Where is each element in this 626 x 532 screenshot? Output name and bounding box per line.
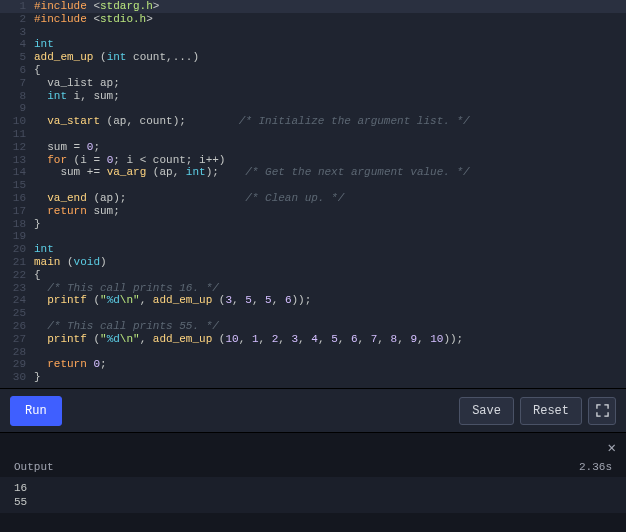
code-line[interactable]: 14 sum += va_arg (ap, int); /* Get the n…: [0, 166, 626, 179]
line-number: 27: [0, 333, 34, 346]
line-number: 7: [0, 77, 34, 90]
code-content[interactable]: int: [34, 38, 626, 51]
line-number: 10: [0, 115, 34, 128]
code-line[interactable]: 10 va_start (ap, count); /* Initialize t…: [0, 115, 626, 128]
code-content[interactable]: {: [34, 269, 626, 282]
line-number: 30: [0, 371, 34, 384]
line-number: 16: [0, 192, 34, 205]
code-content[interactable]: [34, 230, 626, 243]
line-number: 20: [0, 243, 34, 256]
code-content[interactable]: va_list ap;: [34, 77, 626, 90]
line-number: 19: [0, 230, 34, 243]
code-line[interactable]: 16 va_end (ap); /* Clean up. */: [0, 192, 626, 205]
line-number: 5: [0, 51, 34, 64]
code-line[interactable]: 23 /* This call prints 16. */: [0, 282, 626, 295]
code-line[interactable]: 18}: [0, 218, 626, 231]
code-line[interactable]: 21main (void): [0, 256, 626, 269]
code-content[interactable]: add_em_up (int count,...): [34, 51, 626, 64]
code-content[interactable]: {: [34, 64, 626, 77]
line-number: 11: [0, 128, 34, 141]
code-content[interactable]: [34, 346, 626, 359]
code-line[interactable]: 15: [0, 179, 626, 192]
code-content[interactable]: main (void): [34, 256, 626, 269]
output-panel: ✕ Output 2.36s 1655: [0, 432, 626, 532]
run-button[interactable]: Run: [10, 396, 62, 426]
output-line: 16: [14, 481, 612, 495]
line-number: 12: [0, 141, 34, 154]
code-line[interactable]: 24 printf ("%d\n", add_em_up (3, 5, 5, 6…: [0, 294, 626, 307]
code-line[interactable]: 6{: [0, 64, 626, 77]
line-number: 8: [0, 90, 34, 103]
code-line[interactable]: 12 sum = 0;: [0, 141, 626, 154]
code-content[interactable]: }: [34, 218, 626, 231]
code-content[interactable]: /* This call prints 55. */: [34, 320, 626, 333]
code-content[interactable]: sum = 0;: [34, 141, 626, 154]
line-number: 2: [0, 13, 34, 26]
code-content[interactable]: va_start (ap, count); /* Initialize the …: [34, 115, 626, 128]
code-content[interactable]: /* This call prints 16. */: [34, 282, 626, 295]
code-content[interactable]: [34, 102, 626, 115]
line-number: 28: [0, 346, 34, 359]
code-line[interactable]: 30}: [0, 371, 626, 384]
code-content[interactable]: [34, 179, 626, 192]
code-line[interactable]: 5add_em_up (int count,...): [0, 51, 626, 64]
code-line[interactable]: 27 printf ("%d\n", add_em_up (10, 1, 2, …: [0, 333, 626, 346]
line-number: 13: [0, 154, 34, 167]
code-content[interactable]: [34, 128, 626, 141]
code-line[interactable]: 11: [0, 128, 626, 141]
code-content[interactable]: printf ("%d\n", add_em_up (10, 1, 2, 3, …: [34, 333, 626, 346]
output-time: 2.36s: [579, 461, 612, 473]
line-number: 4: [0, 38, 34, 51]
close-icon[interactable]: ✕: [608, 439, 616, 456]
output-line: 55: [14, 495, 612, 509]
line-number: 18: [0, 218, 34, 231]
code-line[interactable]: 2#include <stdio.h>: [0, 13, 626, 26]
fullscreen-icon[interactable]: [588, 397, 616, 425]
code-line[interactable]: 4int: [0, 38, 626, 51]
code-line[interactable]: 3: [0, 26, 626, 39]
code-content[interactable]: int i, sum;: [34, 90, 626, 103]
code-content[interactable]: sum += va_arg (ap, int); /* Get the next…: [34, 166, 626, 179]
line-number: 23: [0, 282, 34, 295]
code-line[interactable]: 26 /* This call prints 55. */: [0, 320, 626, 333]
save-button[interactable]: Save: [459, 397, 514, 425]
code-content[interactable]: return 0;: [34, 358, 626, 371]
code-line[interactable]: 25: [0, 307, 626, 320]
code-line[interactable]: 19: [0, 230, 626, 243]
line-number: 29: [0, 358, 34, 371]
code-content[interactable]: }: [34, 371, 626, 384]
line-number: 24: [0, 294, 34, 307]
line-number: 9: [0, 102, 34, 115]
line-number: 17: [0, 205, 34, 218]
line-number: 14: [0, 166, 34, 179]
code-line[interactable]: 20int: [0, 243, 626, 256]
code-line[interactable]: 7 va_list ap;: [0, 77, 626, 90]
code-content[interactable]: printf ("%d\n", add_em_up (3, 5, 5, 6));: [34, 294, 626, 307]
line-number: 15: [0, 179, 34, 192]
code-line[interactable]: 22{: [0, 269, 626, 282]
line-number: 21: [0, 256, 34, 269]
reset-button[interactable]: Reset: [520, 397, 582, 425]
line-number: 3: [0, 26, 34, 39]
code-line[interactable]: 1#include <stdarg.h>: [0, 0, 626, 13]
code-line[interactable]: 29 return 0;: [0, 358, 626, 371]
toolbar: Run Save Reset: [0, 388, 626, 432]
code-content[interactable]: [34, 26, 626, 39]
line-number: 22: [0, 269, 34, 282]
code-content[interactable]: int: [34, 243, 626, 256]
code-line[interactable]: 8 int i, sum;: [0, 90, 626, 103]
code-content[interactable]: for (i = 0; i < count; i++): [34, 154, 626, 167]
code-content[interactable]: return sum;: [34, 205, 626, 218]
code-content[interactable]: #include <stdarg.h>: [34, 0, 626, 13]
code-line[interactable]: 17 return sum;: [0, 205, 626, 218]
code-line[interactable]: 9: [0, 102, 626, 115]
code-editor[interactable]: 1#include <stdarg.h>2#include <stdio.h>3…: [0, 0, 626, 388]
output-title: Output: [14, 461, 54, 473]
code-line[interactable]: 13 for (i = 0; i < count; i++): [0, 154, 626, 167]
code-content[interactable]: va_end (ap); /* Clean up. */: [34, 192, 626, 205]
code-line[interactable]: 28: [0, 346, 626, 359]
line-number: 25: [0, 307, 34, 320]
code-content[interactable]: #include <stdio.h>: [34, 13, 626, 26]
code-content[interactable]: [34, 307, 626, 320]
output-body: 1655: [0, 477, 626, 513]
